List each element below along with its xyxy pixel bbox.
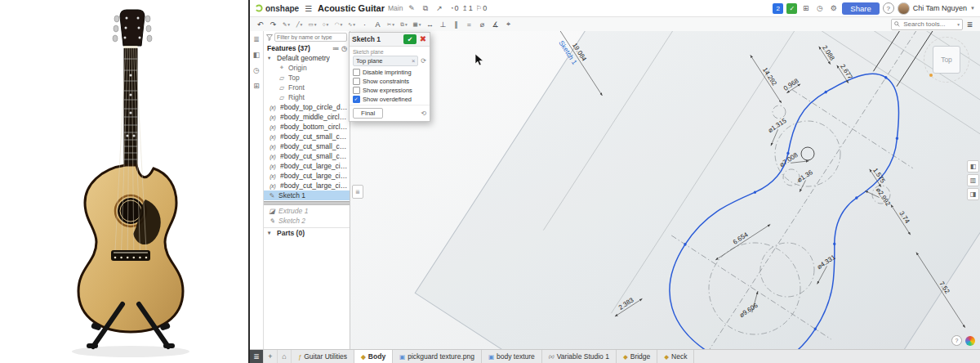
feature-front-plane[interactable]: ▱ Front (264, 83, 350, 92)
document-tab[interactable]: ▣ pickguard texture.png (393, 350, 482, 363)
view-cube-face[interactable]: Top (933, 46, 960, 74)
document-tab[interactable]: ƒ Guitar Utilities (292, 350, 354, 363)
user-avatar[interactable] (898, 2, 910, 15)
search-tools-box[interactable]: ▾ (891, 19, 963, 30)
document-tab[interactable]: (x) Variable Studio 1 (542, 350, 617, 363)
feature-filter-input[interactable] (274, 33, 347, 42)
apps-grid-icon[interactable]: ⊞ (800, 4, 811, 12)
canvas-help-icon[interactable]: ? (951, 335, 962, 346)
accept-button[interactable]: ✔ (403, 34, 416, 44)
toolbar-overflow-icon[interactable]: ≣ (964, 19, 976, 30)
variable-feature-row[interactable]: (x) #body_middle_circle_d... (264, 112, 350, 122)
feature-top-plane[interactable]: ▱ Top (264, 73, 350, 83)
toolbar-tool[interactable]: ╱ (293, 19, 305, 30)
toolbar-tool[interactable]: ↶ (254, 19, 266, 30)
checkbox[interactable] (353, 78, 360, 85)
toolbar-tool[interactable]: ∡ (489, 19, 501, 30)
doc-counter[interactable]: ↥ 1 (462, 4, 473, 12)
workspace-name[interactable]: Main (388, 4, 403, 12)
toolbar-tool[interactable]: ○ (319, 19, 332, 30)
rollback-bar[interactable] (264, 201, 350, 205)
isolate-icon[interactable]: ◨ (967, 188, 979, 200)
appearance-wheel-icon[interactable] (965, 336, 975, 346)
copy-workspace-icon[interactable]: ⧉ (420, 4, 430, 13)
share-link-icon[interactable]: ↗ (434, 4, 444, 12)
feature-history-icon[interactable]: ◷ (341, 45, 347, 52)
panel-collapse-handle[interactable]: ≣ (352, 185, 363, 199)
document-tab[interactable]: ◆ Neck (657, 350, 694, 363)
toolbar-tool[interactable]: ▦ (411, 19, 423, 30)
variable-feature-row[interactable]: (x) #body_cut_small_circl... (264, 141, 350, 151)
sketch-dialog-header[interactable]: Sketch 1 ✔ ✖ (350, 33, 430, 47)
toolbar-tool[interactable]: ⊥ (437, 19, 449, 30)
checkbox[interactable] (353, 96, 360, 103)
tab-manager-icon[interactable]: ≣ (250, 350, 264, 363)
dialog-options-icon[interactable]: ⟲ (421, 110, 426, 117)
feature-list-options-icon[interactable]: ≔ (332, 45, 339, 52)
toolbar-tool[interactable]: ⌀ (476, 19, 488, 30)
learning-center-badge[interactable]: ✓ (786, 3, 797, 14)
variable-feature-row[interactable]: (x) #body_cut_large_circl... (264, 181, 350, 190)
toolbar-tool[interactable]: ∥ (450, 19, 462, 30)
doc-counter[interactable]: ◔ 0 (449, 4, 458, 12)
doc-counter[interactable]: ⚐ 0 (476, 4, 488, 12)
view-cube[interactable]: Top (928, 41, 965, 78)
new-tab-icon[interactable]: + (264, 350, 278, 363)
feature-list-icon[interactable]: ≣ (253, 35, 260, 43)
parts-section-row[interactable]: ▾ Parts (0) (264, 227, 350, 238)
versions-icon[interactable]: ◷ (253, 66, 260, 74)
sketch-option-row[interactable]: Show expressions (353, 86, 426, 95)
user-menu-chevron-icon[interactable]: ▼ (970, 6, 975, 11)
graphics-canvas[interactable]: Sketch 1 19.084 2.088 2.677 (350, 31, 980, 350)
default-geometry-row[interactable]: ▾ Default geometry (264, 53, 350, 63)
document-tab[interactable]: ◆ Body (354, 350, 393, 363)
feature-origin[interactable]: ⌖ Origin (264, 63, 350, 73)
sketch-option-row[interactable]: Show constraints (353, 77, 426, 86)
toolbar-tool[interactable]: · (359, 19, 371, 30)
toolbar-tool[interactable]: ↔ (424, 19, 436, 30)
rename-icon[interactable]: ✎ (406, 4, 416, 12)
comments-icon[interactable]: ◧ (253, 51, 261, 59)
feature-extrude-1[interactable]: ◪ Extrude 1 (264, 206, 350, 216)
feature-sketch-2[interactable]: ✎ Sketch 2 (264, 216, 350, 226)
variable-feature-row[interactable]: (x) #body_cut_large_circl... (264, 161, 350, 171)
variable-feature-row[interactable]: (x) #body_bottom_circle_... (264, 122, 350, 132)
history-icon[interactable]: ◷ (814, 4, 825, 12)
toolbar-tool[interactable]: ⧉ (398, 19, 410, 30)
feature-right-plane[interactable]: ▱ Right (264, 92, 350, 102)
toolbar-tool[interactable]: ↷ (267, 19, 279, 30)
main-menu-icon[interactable]: ☰ (305, 4, 312, 13)
settings-gear-icon[interactable]: ⚙ (828, 4, 839, 12)
share-button[interactable]: Share (842, 2, 879, 15)
toolbar-tool[interactable]: ⌖ (502, 19, 514, 30)
toolbar-tool[interactable]: ✎ (280, 19, 292, 30)
toolbar-tool[interactable]: ∿ (345, 19, 358, 30)
help-button[interactable]: ? (883, 2, 894, 14)
search-tools-input[interactable] (902, 20, 956, 29)
sketch-option-row[interactable]: Disable imprinting (353, 68, 426, 77)
remove-plane-icon[interactable]: × (412, 57, 415, 65)
final-button[interactable]: Final (353, 108, 383, 119)
variable-feature-row[interactable]: (x) #body_cut_small_circl... (264, 132, 350, 141)
onshape-logo[interactable]: onshape (255, 4, 299, 13)
toolbar-tool[interactable]: ✂ (385, 19, 397, 30)
document-tab[interactable]: ◆ Bridge (617, 350, 657, 363)
sketch-plane-chip[interactable]: Top plane × (353, 56, 418, 66)
feature-sketch-1[interactable]: ✎ Sketch 1 (264, 190, 350, 200)
cancel-button[interactable]: ✖ (419, 35, 427, 43)
section-view-icon[interactable]: ◧ (967, 160, 979, 173)
tables-icon[interactable]: ⊞ (253, 82, 260, 90)
document-tab[interactable]: ▣ body texture (482, 350, 542, 363)
named-views-icon[interactable]: ▥ (967, 174, 979, 186)
home-icon[interactable]: ⌂ (278, 350, 292, 363)
search-caret-icon[interactable]: ▾ (957, 22, 960, 27)
sketch-option-row[interactable]: Show overdefined (353, 95, 426, 104)
notifications-badge[interactable]: 2 (773, 3, 783, 14)
toolbar-tool[interactable]: A (372, 19, 384, 30)
variable-feature-row[interactable]: (x) #body_cut_small_circl... (264, 151, 350, 161)
toolbar-tool[interactable]: = (463, 19, 475, 30)
user-name[interactable]: Chi Tam Nguyen (913, 4, 967, 12)
flip-direction-icon[interactable]: ⟳ (421, 57, 426, 65)
toolbar-tool[interactable]: ◠ (332, 19, 345, 30)
checkbox[interactable] (353, 87, 360, 94)
